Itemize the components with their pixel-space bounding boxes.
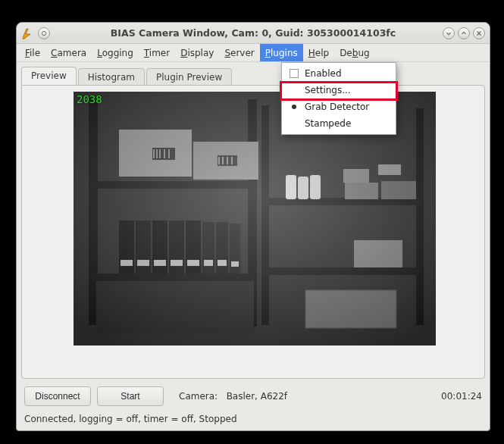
close-button[interactable] xyxy=(473,27,485,39)
svg-marker-0 xyxy=(23,29,30,39)
menu-grab-detector-label: Grab Detector xyxy=(305,102,369,112)
menu-grab-detector[interactable]: Grab Detector xyxy=(282,98,396,115)
menu-camera[interactable]: Camera xyxy=(45,44,92,61)
tab-plugin-preview[interactable]: Plugin Preview xyxy=(146,68,232,85)
client-area: PreviewHistogramPlugin Preview xyxy=(17,62,490,430)
menu-settings-label: Settings... xyxy=(305,85,351,95)
menu-debug[interactable]: Debug xyxy=(334,44,374,61)
preview-pane: 2038 xyxy=(21,85,485,379)
menubar: FileCameraLoggingTimerDisplayServerPlugi… xyxy=(17,44,490,62)
app-icon xyxy=(21,27,33,39)
tab-histogram[interactable]: Histogram xyxy=(78,68,145,85)
disconnect-button[interactable]: Disconnect xyxy=(24,386,91,406)
elapsed-time: 00:01:24 xyxy=(441,391,482,402)
start-button[interactable]: Start xyxy=(97,386,164,406)
menu-logging[interactable]: Logging xyxy=(92,44,139,61)
camera-label-prefix: Camera: xyxy=(179,391,218,402)
menu-enabled[interactable]: Enabled xyxy=(282,65,396,82)
titlebar: BIAS Camera Window, Cam: 0, Guid: 305300… xyxy=(17,23,490,44)
menu-settings[interactable]: Settings... xyxy=(282,82,396,98)
menu-file[interactable]: File xyxy=(20,44,45,61)
camera-value: Basler, A622f xyxy=(227,391,287,402)
app-window: BIAS Camera Window, Cam: 0, Guid: 305300… xyxy=(16,22,490,431)
plugins-dropdown: Enabled Settings... Grab Detector Stampe… xyxy=(281,62,396,135)
pin-button[interactable] xyxy=(38,27,50,39)
menu-display[interactable]: Display xyxy=(175,44,219,61)
menu-stampede[interactable]: Stampede xyxy=(282,115,396,132)
menu-help[interactable]: Help xyxy=(303,44,334,61)
control-bar: Disconnect Start Camera: Basler, A622f 0… xyxy=(21,379,485,406)
menu-plugins[interactable]: Plugins xyxy=(260,44,303,61)
camera-label: Camera: Basler, A622f xyxy=(179,391,287,402)
window-title: BIAS Camera Window, Cam: 0, Guid: 305300… xyxy=(17,27,490,39)
tab-row: PreviewHistogramPlugin Preview xyxy=(21,65,485,85)
menu-timer[interactable]: Timer xyxy=(139,44,175,61)
menu-enabled-label: Enabled xyxy=(305,68,342,79)
status-line: Connected, logging = off, timer = off, S… xyxy=(21,406,485,424)
menu-stampede-label: Stampede xyxy=(305,118,351,129)
maximize-button[interactable] xyxy=(458,27,470,39)
minimize-button[interactable] xyxy=(443,27,455,39)
menu-server[interactable]: Server xyxy=(219,44,259,61)
frame-counter: 2038 xyxy=(77,93,102,105)
bullet-icon xyxy=(292,105,296,109)
checkbox-icon xyxy=(290,69,299,78)
svg-point-1 xyxy=(42,31,45,35)
tab-preview[interactable]: Preview xyxy=(21,67,77,86)
